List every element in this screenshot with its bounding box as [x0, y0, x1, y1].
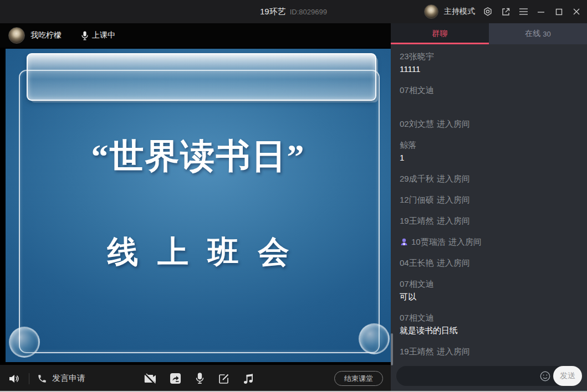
chat-message: 07相文迪: [400, 84, 579, 109]
slide-title: “世界读书日”: [6, 133, 391, 179]
title-bar: 19环艺 ID:8029699 主持模式: [0, 0, 587, 23]
slide-glass-banner: [27, 53, 376, 101]
minimize-icon[interactable]: [536, 7, 546, 17]
music-icon[interactable]: [242, 372, 255, 385]
speech-request-label: 发言申请: [52, 373, 85, 384]
message-text: [400, 96, 579, 109]
chat-input-bar: 发送: [391, 361, 587, 392]
slide-frame: [19, 70, 380, 353]
settings-icon[interactable]: [483, 7, 493, 17]
system-message: 02刘文慧 进入房间: [400, 117, 579, 130]
member-name: 04王长艳: [400, 256, 434, 269]
member-name: 19王靖然: [400, 214, 434, 227]
microphone-icon: [81, 31, 88, 40]
system-message: 10贾瑞浩 进入房间: [400, 235, 579, 248]
sidebar-tabbar: 群聊 在线 30: [391, 23, 587, 44]
member-name: 12门佃硕: [400, 193, 434, 206]
message-text: 1: [400, 151, 579, 164]
event-text: 进入房间: [437, 193, 470, 206]
sender-name: 07相文迪: [400, 277, 434, 290]
popout-icon[interactable]: [501, 7, 511, 17]
video-stage: 我吃柠檬 上课中 “世界读书日” 线上班会: [0, 23, 391, 392]
class-status: 上课中: [81, 30, 115, 40]
event-text: 进入房间: [437, 256, 470, 269]
close-icon[interactable]: [571, 7, 581, 17]
online-count: 30: [543, 30, 550, 38]
event-text: 进入房间: [437, 345, 470, 358]
user-avatar[interactable]: [424, 4, 438, 19]
slide-subtitle: 线上班会: [6, 231, 391, 274]
host-mode-label[interactable]: 主持模式: [444, 7, 475, 17]
chat-message: 07相文迪 可以: [400, 277, 579, 303]
chat-message: 23张晓宇 11111: [400, 50, 579, 75]
host-name: 我吃柠檬: [30, 30, 62, 40]
system-message: 12门佃硕 进入房间: [400, 193, 579, 206]
speaker-icon[interactable]: [8, 372, 21, 385]
message-text: 就是读书的日纸: [400, 324, 579, 337]
toolbar-divider: [29, 373, 29, 384]
tab-online-members[interactable]: 在线 30: [489, 23, 587, 44]
sender-name: 23张晓宇: [400, 50, 434, 63]
event-text: 进入房间: [437, 172, 470, 185]
chat-message: 鲸落 1: [400, 138, 579, 164]
system-message: 04王长艳 进入房间: [400, 256, 579, 269]
slide-ornament-circle: [359, 323, 390, 354]
chat-scrollbar[interactable]: [391, 333, 393, 365]
maximize-icon[interactable]: [554, 7, 564, 17]
member-name: 19王靖然: [400, 345, 434, 358]
member-name: 10贾瑞浩: [411, 235, 446, 248]
system-message: 19王靖然 进入房间: [400, 345, 579, 358]
event-text: 进入房间: [437, 117, 470, 130]
message-text: 11111: [400, 63, 579, 75]
sender-name: 07相文迪: [400, 311, 434, 324]
host-avatar: [8, 27, 25, 44]
speech-request-button[interactable]: 发言申请: [37, 373, 85, 384]
slide-ornament-circle: [9, 327, 40, 358]
mic-icon[interactable]: [193, 372, 206, 385]
class-status-label: 上课中: [92, 30, 115, 40]
event-text: 进入房间: [448, 235, 482, 248]
sender-name: 鲸落: [400, 138, 416, 151]
sender-name: 07相文迪: [400, 84, 434, 96]
chat-message: 07相文迪 就是读书的日纸: [400, 311, 579, 337]
chat-sidebar: 群聊 在线 30 23张晓宇 11111 07相文迪 02刘文慧 进入房间 鲸落…: [391, 23, 587, 392]
edit-icon[interactable]: [217, 372, 231, 385]
member-name: 02刘文慧: [400, 117, 434, 130]
end-class-button[interactable]: 结束课堂: [334, 371, 383, 386]
slide-video-content: “世界读书日” 线上班会: [6, 49, 391, 362]
chat-message-list[interactable]: 23张晓宇 11111 07相文迪 02刘文慧 进入房间 鲸落 1 29成千秋 …: [391, 44, 587, 361]
camera-off-icon[interactable]: [144, 372, 157, 385]
tab-group-chat[interactable]: 群聊: [391, 23, 489, 44]
room-id: ID:8029699: [290, 8, 327, 16]
member-badge-icon: [400, 238, 409, 246]
member-name: 29成千秋: [400, 172, 434, 185]
share-screen-icon[interactable]: [169, 372, 182, 385]
room-title: 19环艺: [260, 7, 286, 17]
event-text: 进入房间: [437, 214, 470, 227]
stage-toolbar: 发言申请: [0, 365, 391, 392]
system-message: 19王靖然 进入房间: [400, 214, 579, 227]
phone-icon: [37, 374, 47, 384]
send-button[interactable]: 发送: [553, 366, 582, 386]
emoji-icon[interactable]: [540, 371, 550, 381]
host-bar: 我吃柠檬 上课中: [0, 23, 391, 48]
message-text: 可以: [400, 290, 579, 303]
menu-icon[interactable]: [518, 7, 528, 17]
system-message: 29成千秋 进入房间: [400, 172, 579, 185]
